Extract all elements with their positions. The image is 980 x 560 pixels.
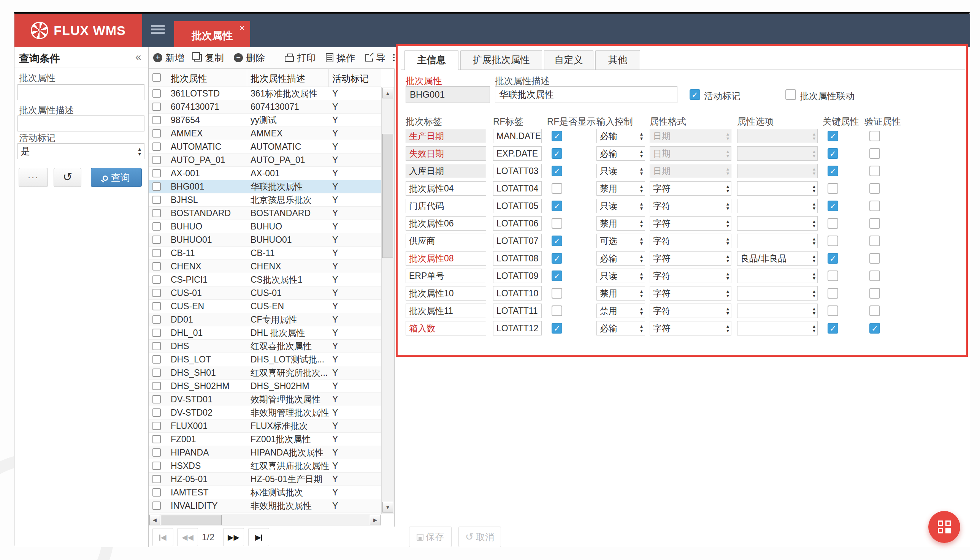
lot-label-input[interactable]: 门店代码	[406, 199, 486, 213]
first-page-button[interactable]: ◀	[152, 528, 174, 546]
input-control-select[interactable]: 必输▴▾	[596, 251, 645, 265]
table-row[interactable]: DV-STD02非效期管理批次属性Y	[149, 406, 381, 420]
table-row[interactable]: 60741300716074130071Y	[149, 100, 381, 113]
attribute-format-select[interactable]: 字符▴▾	[649, 199, 731, 213]
row-checkbox[interactable]	[152, 315, 161, 324]
attribute-option-select[interactable]: ▴▾	[737, 199, 818, 213]
quick-menu-fab-button[interactable]	[928, 511, 960, 543]
row-checkbox[interactable]	[152, 355, 161, 363]
key-attribute-checkbox[interactable]	[828, 201, 838, 211]
row-checkbox[interactable]	[152, 249, 161, 257]
table-row[interactable]: INVALIDITY非效期批次属性Y	[149, 499, 381, 513]
input-control-select[interactable]: 必输▴▾	[596, 146, 645, 161]
row-checkbox[interactable]	[152, 289, 161, 297]
rf-label-input[interactable]: LOTATT06	[493, 216, 542, 231]
table-row[interactable]: 361LOTSTD361标准批次属性Y	[149, 87, 381, 100]
row-checkbox[interactable]	[152, 209, 161, 217]
row-checkbox[interactable]	[152, 502, 161, 510]
attribute-option-select[interactable]: ▴▾	[737, 286, 818, 300]
table-row[interactable]: DD01CF专用属性Y	[149, 313, 381, 327]
form-tab[interactable]: 主信息	[404, 50, 458, 70]
tab-batch-attribute[interactable]: 批次属性 ×	[174, 21, 250, 47]
desc-search-input[interactable]	[17, 115, 144, 132]
horizontal-scrollbar[interactable]: ◀ ▶	[149, 513, 381, 526]
rf-show-checkbox[interactable]	[552, 218, 562, 229]
row-checkbox[interactable]	[152, 435, 161, 443]
attribute-option-select[interactable]: ▴▾	[737, 268, 818, 283]
attribute-format-select[interactable]: 字符▴▾	[649, 268, 731, 283]
vertical-scrollbar[interactable]: ▲ ▼	[381, 87, 394, 513]
table-row[interactable]: BOSTANDARDBOSTANDARDY	[149, 207, 381, 220]
table-row[interactable]: DHL_01DHL 批次属性Y	[149, 327, 381, 340]
key-attribute-checkbox[interactable]	[828, 183, 838, 194]
rf-show-checkbox[interactable]	[552, 305, 562, 316]
verify-attribute-checkbox[interactable]	[869, 201, 880, 211]
row-checkbox[interactable]	[152, 368, 161, 377]
rf-label-input[interactable]: LOTATT08	[493, 251, 542, 265]
rf-show-checkbox[interactable]	[552, 288, 562, 298]
table-row[interactable]: DHS红双喜批次属性Y	[149, 340, 381, 353]
lot-label-input[interactable]: 批次属性06	[406, 216, 486, 231]
input-control-select[interactable]: 只读▴▾	[596, 164, 645, 178]
input-control-select[interactable]: 可选▴▾	[596, 233, 645, 248]
active-flag-checkbox[interactable]	[690, 89, 700, 100]
row-checkbox[interactable]	[152, 422, 161, 430]
verify-attribute-checkbox[interactable]	[869, 253, 880, 264]
verify-attribute-checkbox[interactable]	[869, 166, 880, 176]
key-attribute-checkbox[interactable]	[828, 323, 838, 333]
table-row[interactable]: AUTOMATICAUTOMATICY	[149, 140, 381, 153]
print-button[interactable]: 打印	[285, 52, 316, 64]
verify-attribute-checkbox[interactable]	[869, 270, 880, 281]
table-row[interactable]: FZ001FZ001批次属性Y	[149, 433, 381, 446]
verify-attribute-checkbox[interactable]	[869, 218, 880, 229]
column-header[interactable]: 批次属性	[171, 73, 207, 85]
row-checkbox[interactable]	[152, 395, 161, 403]
rf-show-checkbox[interactable]	[552, 270, 562, 281]
table-row[interactable]: DV-STD01效期管理批次属性Y	[149, 393, 381, 406]
lot-label-input[interactable]: 批次属性08	[406, 251, 486, 265]
rf-label-input[interactable]: LOTATT07	[493, 233, 542, 248]
table-row[interactable]: DHS_SH01红双喜研究所批次...Y	[149, 366, 381, 380]
row-checkbox[interactable]	[152, 342, 161, 350]
prev-page-button[interactable]: ◀◀	[177, 528, 198, 546]
attribute-format-select[interactable]: 字符▴▾	[649, 181, 731, 196]
export-button[interactable]: 导	[365, 52, 386, 64]
column-header[interactable]: 批次属性描述	[250, 73, 305, 85]
attribute-format-select[interactable]: 字符▴▾	[649, 216, 731, 231]
form-attr-input[interactable]: BHG001	[406, 86, 490, 103]
rf-label-input[interactable]: LOTATT03	[493, 164, 542, 178]
table-row[interactable]: CS-PICI1CS批次属性1Y	[149, 273, 381, 287]
table-row[interactable]: BHG001华联批次属性Y	[149, 180, 381, 193]
verify-attribute-checkbox[interactable]	[869, 148, 880, 159]
row-checkbox[interactable]	[152, 448, 161, 457]
lot-label-input[interactable]: 失效日期	[406, 146, 486, 161]
row-checkbox[interactable]	[152, 408, 161, 417]
input-control-select[interactable]: 禁用▴▾	[596, 216, 645, 231]
rf-show-checkbox[interactable]	[552, 131, 562, 141]
row-checkbox[interactable]	[152, 462, 161, 470]
rf-show-checkbox[interactable]	[552, 323, 562, 333]
verify-attribute-checkbox[interactable]	[869, 305, 880, 316]
key-attribute-checkbox[interactable]	[828, 218, 838, 229]
attribute-option-select[interactable]: ▴▾	[737, 321, 818, 335]
row-checkbox[interactable]	[152, 156, 161, 164]
verify-attribute-checkbox[interactable]	[869, 235, 880, 246]
scroll-up-icon[interactable]: ▲	[382, 88, 393, 98]
input-control-select[interactable]: 禁用▴▾	[596, 181, 645, 196]
row-checkbox[interactable]	[152, 89, 161, 98]
lot-label-input[interactable]: 入库日期	[406, 164, 486, 178]
row-checkbox[interactable]	[152, 142, 161, 151]
row-checkbox[interactable]	[152, 262, 161, 270]
save-button[interactable]: 保存	[409, 527, 452, 547]
table-row[interactable]: CB-11CB-11Y	[149, 247, 381, 260]
row-checkbox[interactable]	[152, 235, 161, 244]
copy-button[interactable]: 复制	[194, 52, 224, 64]
rf-show-checkbox[interactable]	[552, 253, 562, 264]
table-row[interactable]: AUTO_PA_01AUTO_PA_01Y	[149, 153, 381, 167]
next-page-button[interactable]: ▶▶	[223, 528, 244, 546]
row-checkbox[interactable]	[152, 129, 161, 138]
verify-attribute-checkbox[interactable]	[869, 323, 880, 333]
verify-attribute-checkbox[interactable]	[869, 131, 880, 141]
input-control-select[interactable]: 必输▴▾	[596, 321, 645, 335]
rf-label-input[interactable]: LOTATT09	[493, 268, 542, 283]
